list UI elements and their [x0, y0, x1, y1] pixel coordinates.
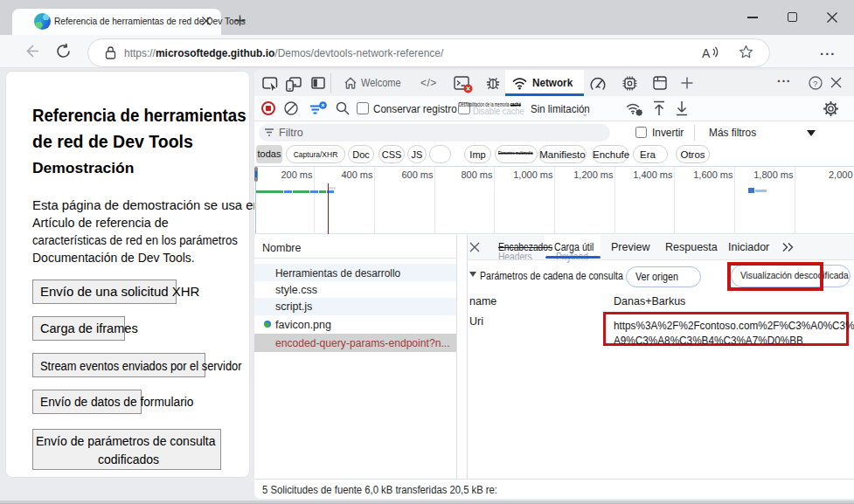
svg-text:?: ? — [813, 79, 817, 88]
svg-text:A: A — [702, 46, 711, 60]
